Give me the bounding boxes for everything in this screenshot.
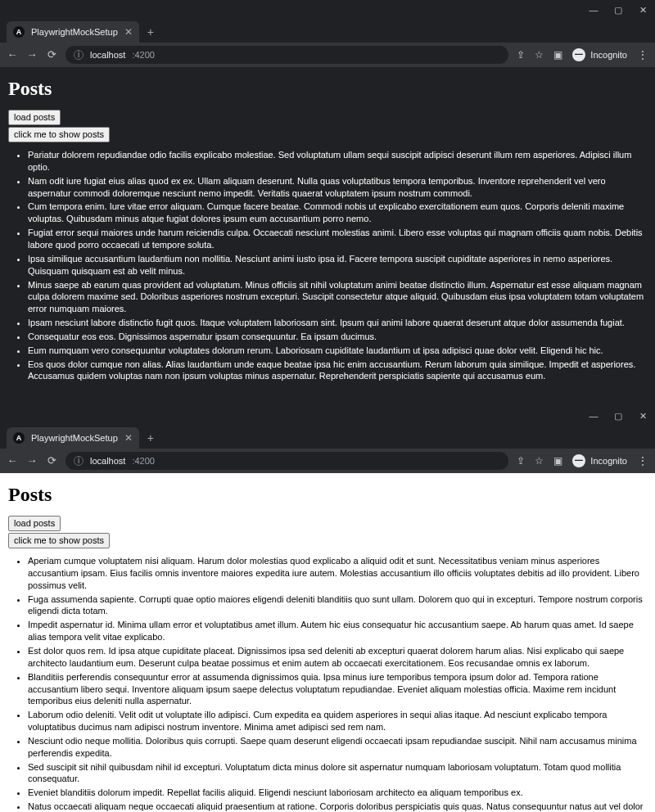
list-item: Est dolor quos rem. Id ipsa atque cupidi… [28, 645, 647, 670]
toolbar: ← → ⟳ i localhost:4200 ⇪ ☆ ▣ ㇐ Incognito… [0, 449, 655, 473]
list-item: Sed suscipit sit nihil quibusdam nihil i… [28, 761, 647, 786]
tab-close-icon[interactable]: ✕ [124, 431, 133, 444]
list-item: Natus occaecati aliquam neque occaecati … [28, 801, 647, 812]
list-item: Eveniet blanditiis dolorum impedit. Repe… [28, 787, 647, 799]
list-item: Minus saepe ab earum quas provident ad v… [28, 279, 647, 316]
list-item: Fuga assumenda sapiente. Corrupti quae o… [28, 593, 647, 618]
incognito-icon: ㇐ [572, 48, 585, 61]
reload-button[interactable]: ⟳ [46, 453, 57, 468]
maximize-button[interactable]: ▢ [612, 4, 624, 16]
list-item: Nam odit iure fugiat eius alias quod ex … [28, 175, 647, 200]
list-item: Aperiam cumque voluptatem nisi aliquam. … [28, 555, 647, 592]
extensions-icon[interactable]: ▣ [553, 48, 562, 61]
close-window-button[interactable]: ✕ [637, 4, 648, 16]
maximize-button[interactable]: ▢ [612, 410, 624, 422]
posts-list: Aperiam cumque voluptatem nisi aliquam. … [8, 555, 647, 812]
page-content: Posts load posts click me to show posts … [0, 473, 655, 812]
forward-button[interactable]: → [26, 47, 38, 62]
list-item: Eum numquam vero consequuntur voluptates… [28, 345, 647, 357]
incognito-label: Incognito [590, 455, 627, 467]
incognito-icon: ㇐ [572, 454, 585, 467]
new-tab-button[interactable]: + [139, 427, 162, 449]
list-item: Consequatur eos eos. Dignissimos asperna… [28, 331, 647, 343]
close-window-button[interactable]: ✕ [637, 410, 648, 422]
list-item: Ipsam nesciunt labore distinctio fugit q… [28, 317, 647, 329]
site-info-icon[interactable]: i [74, 50, 84, 60]
browser-window-light: — ▢ ✕ A PlaywrightMockSetup ✕ + ← → ⟳ i … [0, 406, 655, 812]
load-posts-button[interactable]: load posts [8, 516, 61, 531]
list-item: Laborum odio deleniti. Velit odit ut vol… [28, 709, 647, 733]
browser-tab[interactable]: A PlaywrightMockSetup ✕ [7, 21, 139, 43]
list-item: Impedit aspernatur id. Minima ullam erro… [28, 619, 647, 643]
share-icon[interactable]: ⇪ [517, 48, 525, 61]
tab-title: PlaywrightMockSetup [31, 26, 118, 38]
titlebar: — ▢ ✕ [0, 406, 655, 426]
incognito-indicator[interactable]: ㇐ Incognito [572, 48, 627, 61]
favicon: A [13, 26, 25, 38]
favicon: A [13, 432, 25, 444]
bookmark-star-icon[interactable]: ☆ [535, 454, 544, 467]
toolbar: ← → ⟳ i localhost:4200 ⇪ ☆ ▣ ㇐ Incognito… [0, 43, 655, 67]
url-host: localhost [90, 49, 125, 61]
address-bar[interactable]: i localhost:4200 [66, 46, 508, 64]
minimize-button[interactable]: — [588, 410, 599, 422]
tab-strip: A PlaywrightMockSetup ✕ + [0, 20, 655, 43]
toolbar-right: ⇪ ☆ ▣ ㇐ Incognito ⋮ [517, 453, 648, 469]
tab-close-icon[interactable]: ✕ [124, 25, 133, 38]
browser-menu-button[interactable]: ⋮ [637, 47, 648, 63]
show-posts-button[interactable]: click me to show posts [8, 533, 110, 548]
browser-tab[interactable]: A PlaywrightMockSetup ✕ [7, 427, 139, 449]
titlebar: — ▢ ✕ [0, 0, 655, 20]
toolbar-right: ⇪ ☆ ▣ ㇐ Incognito ⋮ [517, 47, 648, 63]
browser-window-dark: — ▢ ✕ A PlaywrightMockSetup ✕ + ← → ⟳ i … [0, 0, 655, 406]
minimize-button[interactable]: — [588, 4, 599, 16]
tab-strip: A PlaywrightMockSetup ✕ + [0, 426, 655, 449]
list-item: Eos quos dolor cumque non alias. Alias l… [28, 359, 647, 383]
bookmark-star-icon[interactable]: ☆ [535, 48, 544, 61]
extensions-icon[interactable]: ▣ [553, 454, 562, 467]
list-item: Pariatur dolorem repudiandae odio facili… [28, 149, 647, 174]
url-host: localhost [90, 455, 125, 467]
tab-title: PlaywrightMockSetup [31, 432, 118, 444]
incognito-label: Incognito [590, 49, 627, 61]
list-item: Ipsa similique accusantium laudantium no… [28, 253, 647, 277]
list-item: Fugiat error sequi maiores unde harum re… [28, 227, 647, 251]
new-tab-button[interactable]: + [139, 21, 162, 43]
posts-list: Pariatur dolorem repudiandae odio facili… [8, 149, 647, 382]
list-item: Nesciunt odio neque mollitia. Doloribus … [28, 735, 647, 760]
browser-menu-button[interactable]: ⋮ [637, 453, 648, 469]
incognito-indicator[interactable]: ㇐ Incognito [572, 454, 627, 467]
list-item: Blanditiis perferendis consequuntur erro… [28, 671, 647, 708]
back-button[interactable]: ← [7, 453, 18, 468]
site-info-icon[interactable]: i [74, 456, 84, 466]
url-port: :4200 [132, 49, 155, 61]
list-item: Cum tempora enim. Iure vitae error aliqu… [28, 201, 647, 225]
show-posts-button[interactable]: click me to show posts [8, 127, 110, 142]
reload-button[interactable]: ⟳ [46, 47, 57, 62]
back-button[interactable]: ← [7, 47, 18, 62]
share-icon[interactable]: ⇪ [517, 454, 525, 467]
url-port: :4200 [132, 455, 155, 467]
forward-button[interactable]: → [26, 453, 38, 468]
page-title: Posts [8, 481, 647, 508]
page-title: Posts [8, 75, 647, 102]
page-content: Posts load posts click me to show posts … [0, 67, 655, 406]
address-bar[interactable]: i localhost:4200 [66, 452, 508, 470]
load-posts-button[interactable]: load posts [8, 110, 61, 125]
